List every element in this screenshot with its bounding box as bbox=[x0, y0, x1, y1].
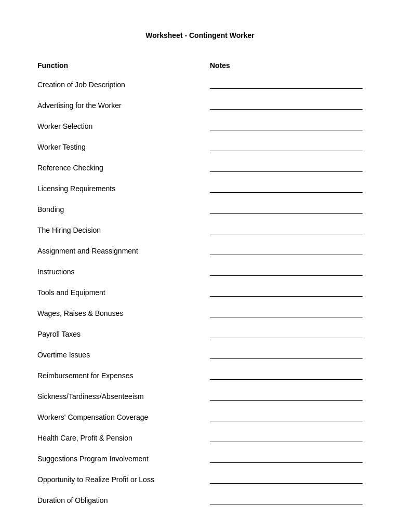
function-cell: Tools and Equipment bbox=[37, 282, 198, 301]
notes-header: Notes bbox=[199, 61, 363, 73]
table-row: Worker Testing bbox=[37, 136, 363, 156]
worksheet-table: Function Notes Creation of Job Descripti… bbox=[36, 60, 364, 510]
function-cell: Workers' Compensation Coverage bbox=[37, 406, 198, 426]
notes-cell[interactable] bbox=[199, 344, 363, 364]
table-row: Advertising for the Worker bbox=[37, 95, 363, 114]
notes-line bbox=[210, 245, 363, 255]
notes-line bbox=[210, 390, 363, 401]
notes-line bbox=[210, 120, 363, 130]
function-cell: Duration of Obligation bbox=[37, 489, 198, 509]
notes-line bbox=[210, 182, 363, 193]
table-row: Reimbursement for Expenses bbox=[37, 365, 363, 384]
notes-line bbox=[210, 307, 363, 317]
function-cell: Reference Checking bbox=[37, 157, 198, 177]
notes-cell[interactable] bbox=[199, 178, 363, 197]
function-cell: Worker Testing bbox=[37, 136, 198, 156]
notes-line bbox=[210, 328, 363, 338]
notes-line bbox=[210, 369, 363, 380]
notes-cell[interactable] bbox=[199, 219, 363, 239]
notes-line bbox=[210, 265, 363, 276]
notes-line bbox=[210, 162, 363, 172]
table-row: Reference Checking bbox=[37, 157, 363, 177]
function-cell: Opportunity to Realize Profit or Loss bbox=[37, 469, 198, 488]
notes-cell[interactable] bbox=[199, 198, 363, 218]
notes-cell[interactable] bbox=[199, 261, 363, 281]
notes-cell[interactable] bbox=[199, 115, 363, 135]
notes-line bbox=[210, 78, 363, 89]
notes-cell[interactable] bbox=[199, 427, 363, 447]
function-cell: The Hiring Decision bbox=[37, 219, 198, 239]
notes-line bbox=[210, 473, 363, 484]
table-row: Bonding bbox=[37, 198, 363, 218]
table-row: The Hiring Decision bbox=[37, 219, 363, 239]
function-cell: Sickness/Tardiness/Absenteeism bbox=[37, 385, 198, 405]
function-cell: Worker Selection bbox=[37, 115, 198, 135]
header-row: Function Notes bbox=[37, 61, 363, 73]
table-row: Health Care, Profit & Pension bbox=[37, 427, 363, 447]
table-row: Licensing Requirements bbox=[37, 178, 363, 197]
function-cell: Overtime Issues bbox=[37, 344, 198, 364]
table-row: Worker Selection bbox=[37, 115, 363, 135]
function-cell: Assignment and Reassignment bbox=[37, 240, 198, 260]
table-row: Sickness/Tardiness/Absenteeism bbox=[37, 385, 363, 405]
notes-cell[interactable] bbox=[199, 365, 363, 384]
function-cell: Bonding bbox=[37, 198, 198, 218]
table-row: Suggestions Program Involvement bbox=[37, 448, 363, 468]
notes-cell[interactable] bbox=[199, 448, 363, 468]
notes-cell[interactable] bbox=[199, 136, 363, 156]
page: Worksheet - Contingent Worker Function N… bbox=[0, 0, 400, 532]
notes-line bbox=[210, 224, 363, 234]
notes-cell[interactable] bbox=[199, 469, 363, 488]
notes-line bbox=[210, 453, 363, 463]
function-cell: Reimbursement for Expenses bbox=[37, 365, 198, 384]
table-row: Workers' Compensation Coverage bbox=[37, 406, 363, 426]
notes-cell[interactable] bbox=[199, 323, 363, 343]
function-cell: Payroll Taxes bbox=[37, 323, 198, 343]
function-cell: Wages, Raises & Bonuses bbox=[37, 302, 198, 322]
notes-cell[interactable] bbox=[199, 489, 363, 509]
table-row: Tools and Equipment bbox=[37, 282, 363, 301]
function-cell: Advertising for the Worker bbox=[37, 95, 198, 114]
table-row: Opportunity to Realize Profit or Loss bbox=[37, 469, 363, 488]
table-row: Assignment and Reassignment bbox=[37, 240, 363, 260]
function-cell: Creation of Job Description bbox=[37, 74, 198, 94]
function-cell: Suggestions Program Involvement bbox=[37, 448, 198, 468]
notes-line bbox=[210, 286, 363, 297]
function-cell: Health Care, Profit & Pension bbox=[37, 427, 198, 447]
table-row: Payroll Taxes bbox=[37, 323, 363, 343]
notes-cell[interactable] bbox=[199, 302, 363, 322]
notes-line bbox=[210, 494, 363, 504]
notes-line bbox=[210, 141, 363, 151]
table-row: Overtime Issues bbox=[37, 344, 363, 364]
notes-cell[interactable] bbox=[199, 282, 363, 301]
notes-cell[interactable] bbox=[199, 157, 363, 177]
table-row: Wages, Raises & Bonuses bbox=[37, 302, 363, 322]
notes-cell[interactable] bbox=[199, 240, 363, 260]
notes-line bbox=[210, 432, 363, 442]
notes-cell[interactable] bbox=[199, 385, 363, 405]
notes-line bbox=[210, 203, 363, 214]
notes-cell[interactable] bbox=[199, 406, 363, 426]
page-title: Worksheet - Contingent Worker bbox=[36, 31, 364, 39]
notes-cell[interactable] bbox=[199, 74, 363, 94]
notes-line bbox=[210, 349, 363, 359]
notes-cell[interactable] bbox=[199, 95, 363, 114]
function-header: Function bbox=[37, 61, 198, 73]
table-row: Creation of Job Description bbox=[37, 74, 363, 94]
function-cell: Instructions bbox=[37, 261, 198, 281]
notes-line bbox=[210, 99, 363, 110]
function-cell: Licensing Requirements bbox=[37, 178, 198, 197]
table-row: Instructions bbox=[37, 261, 363, 281]
table-row: Duration of Obligation bbox=[37, 489, 363, 509]
notes-line bbox=[210, 411, 363, 421]
